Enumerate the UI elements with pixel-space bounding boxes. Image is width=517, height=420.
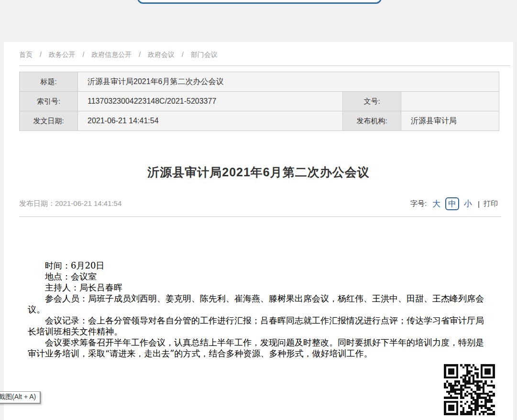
print-button[interactable]: 打印: [484, 199, 498, 208]
index-number-label: 索引号:: [20, 92, 78, 111]
breadcrumb-divider: [19, 65, 510, 66]
paragraph-host: 主持人：局长吕春晖: [28, 282, 489, 293]
document-meta-table: 标题: 沂源县审计局2021年6月第二次办公会议 索引号: 1137032300…: [19, 72, 499, 131]
breadcrumb-home[interactable]: 首页: [19, 51, 33, 58]
paragraph-time: 时间：6月20日: [28, 260, 489, 271]
page-title: 沂源县审计局2021年6月第二次办公会议: [4, 164, 513, 180]
breadcrumb-separator: /: [83, 51, 85, 58]
table-row: 索引号: 11370323004223148C/2021-5203377 文号:: [20, 92, 499, 111]
breadcrumb: 首页 / 政务公开 / 政府信息公开 / 政府会议 / 部门会议: [4, 42, 513, 59]
breadcrumb-xinxi[interactable]: 政府信息公开: [91, 51, 132, 58]
paragraph-minutes: 会议记录：会上各分管领导对各自分管的工作进行汇报；吕春晖同志就工作汇报情况进行点…: [28, 315, 489, 337]
qr-code-svg: [440, 359, 499, 420]
paragraph-place: 地点：会议室: [28, 271, 489, 282]
breadcrumb-zhengwu[interactable]: 政务公开: [49, 51, 76, 58]
content-panel: 首页 / 政务公开 / 政府信息公开 / 政府会议 / 部门会议 标题: 沂源县…: [4, 42, 513, 420]
issue-date-value: 2021-06-21 14:41:54: [78, 111, 343, 131]
font-size-medium-button[interactable]: 中: [445, 197, 459, 210]
title-label: 标题:: [20, 72, 78, 92]
issue-date-label: 发文日期:: [20, 111, 78, 131]
breadcrumb-separator: /: [139, 51, 141, 58]
qr-code: [440, 359, 499, 420]
doc-number-label: 文号:: [343, 92, 401, 111]
publish-date: 发布日期：2021-06-21 14:41:54: [19, 199, 121, 208]
screenshot-tooltip: 截图(Alt + A): [0, 391, 41, 404]
font-size-large-button[interactable]: 大: [432, 198, 440, 209]
issuing-agency-label: 发布机构:: [343, 111, 401, 131]
breadcrumb-huiyi[interactable]: 政府会议: [148, 51, 175, 58]
controls-separator: |: [478, 200, 480, 208]
font-size-controls: 字号: 大 中 小 | 打印: [410, 197, 498, 210]
font-size-small-button[interactable]: 小: [464, 198, 472, 209]
font-size-label: 字号:: [410, 199, 427, 208]
issuing-agency-value: 沂源县审计局: [401, 111, 499, 131]
table-row: 标题: 沂源县审计局2021年6月第二次办公会议: [20, 72, 499, 92]
publish-date-label: 发布日期：: [19, 199, 55, 207]
article-meta-line: 发布日期：2021-06-21 14:41:54 字号: 大 中 小 | 打印: [19, 197, 498, 210]
title-value: 沂源县审计局2021年6月第二次办公会议: [78, 72, 499, 92]
paragraph-requirements: 会议要求筹备召开半年工作会议，认真总结上半年工作，发现问题及时整改。同时要抓好下…: [28, 337, 489, 359]
table-row: 发文日期: 2021-06-21 14:41:54 发布机构: 沂源县审计局: [20, 111, 499, 131]
doc-number-value: [401, 92, 499, 111]
breadcrumb-separator: /: [182, 51, 184, 58]
article-body: 时间：6月20日 地点：会议室 主持人：局长吕春晖 参会人员：局班子成员刘西明、…: [28, 260, 489, 359]
publish-date-value: 2021-06-21 14:41:54: [55, 199, 121, 207]
search-box-partial[interactable]: [137, 0, 382, 4]
index-number-value: 11370323004223148C/2021-5203377: [78, 92, 343, 111]
breadcrumb-separator: /: [40, 51, 42, 58]
title-divider: [19, 216, 501, 217]
paragraph-attendees: 参会人员：局班子成员刘西明、姜克明、陈先利、崔海燕、滕树果出席会议，杨红伟、王洪…: [28, 293, 489, 315]
breadcrumb-bumen[interactable]: 部门会议: [191, 51, 218, 58]
